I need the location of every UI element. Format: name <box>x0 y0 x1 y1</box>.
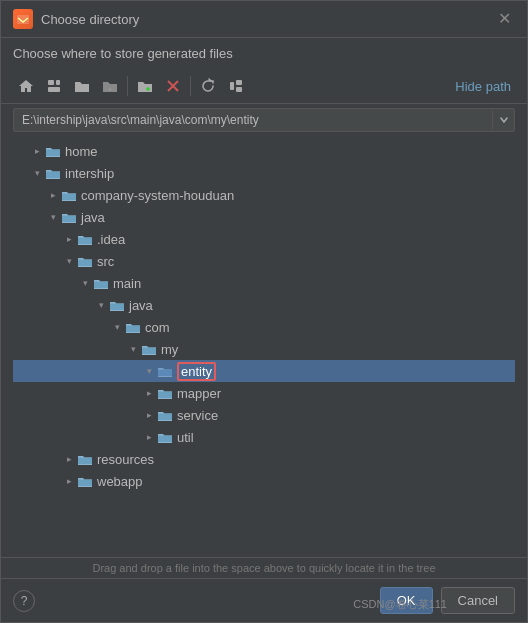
tree-item-entity[interactable]: entity <box>13 360 515 382</box>
svg-rect-11 <box>236 87 242 92</box>
tree-label-java: java <box>81 210 105 225</box>
separator2 <box>190 76 191 96</box>
title-bar-left: Choose directory <box>13 9 139 29</box>
tree-arrow-main <box>77 278 93 288</box>
help-button[interactable]: ? <box>13 590 35 612</box>
tree-label-service: service <box>177 408 218 423</box>
tree-arrow-my <box>125 344 141 354</box>
dialog-title: Choose directory <box>41 12 139 27</box>
tree-item-java[interactable]: java <box>13 206 515 228</box>
folder-icon-home <box>45 145 61 158</box>
folder-icon-main <box>93 277 109 290</box>
tree-label-com: com <box>145 320 170 335</box>
tree-arrow-mapper <box>141 388 157 398</box>
tree-item-home[interactable]: home <box>13 140 515 162</box>
folder-icon-util <box>157 431 173 444</box>
tree-arrow-src <box>61 256 77 266</box>
footer-hint: Drag and drop a file into the space abov… <box>1 557 527 578</box>
tree-arrow-webapp <box>61 476 77 486</box>
folder-button[interactable] <box>69 73 95 99</box>
tree-arrow-entity <box>141 366 157 376</box>
tree-arrow-resources <box>61 454 77 464</box>
tree-item-util[interactable]: util <box>13 426 515 448</box>
tree-arrow-util <box>141 432 157 442</box>
tree-label-home: home <box>65 144 98 159</box>
folder-icon-my <box>141 343 157 356</box>
path-input[interactable] <box>14 109 492 131</box>
tree-item-main[interactable]: main <box>13 272 515 294</box>
svg-rect-10 <box>236 80 242 85</box>
toolbar: + <box>1 69 527 104</box>
tree-label-entity: entity <box>177 364 216 379</box>
svg-rect-2 <box>56 80 60 85</box>
dialog-subtitle: Choose where to store generated files <box>1 38 527 69</box>
tree-item-intership[interactable]: intership <box>13 162 515 184</box>
tree-arrow-java <box>45 212 61 222</box>
path-dropdown-button[interactable] <box>492 111 514 129</box>
svg-text:+: + <box>108 86 112 92</box>
directory-tree[interactable]: home intership company-system-houduan ja… <box>13 140 515 553</box>
entity-highlight: entity <box>177 362 216 381</box>
tree-arrow-intership <box>29 168 45 178</box>
title-bar: Choose directory ✕ <box>1 1 527 38</box>
tree-arrow-service <box>141 410 157 420</box>
cancel-button[interactable]: Cancel <box>441 587 515 614</box>
tree-label-mapper: mapper <box>177 386 221 401</box>
svg-rect-9 <box>230 82 234 90</box>
tree-item-company-system-houduan[interactable]: company-system-houduan <box>13 184 515 206</box>
hide-path-button[interactable]: Hide path <box>451 77 515 96</box>
tree-label-my: my <box>161 342 178 357</box>
tree-item-com[interactable]: com <box>13 316 515 338</box>
folder-icon-java2 <box>109 299 125 312</box>
folder-icon-resources <box>77 453 93 466</box>
app-icon <box>13 9 33 29</box>
up-button[interactable] <box>41 73 67 99</box>
tree-item-src[interactable]: src <box>13 250 515 272</box>
folder-icon-intership <box>45 167 61 180</box>
tree-item-resources[interactable]: resources <box>13 448 515 470</box>
tree-label-idea: .idea <box>97 232 125 247</box>
settings-button[interactable] <box>223 73 249 99</box>
folder2-button[interactable]: + <box>97 73 123 99</box>
tree-arrow-idea <box>61 234 77 244</box>
bottom-buttons: OK Cancel <box>380 587 515 614</box>
tree-label-java2: java <box>129 298 153 313</box>
close-button[interactable]: ✕ <box>494 9 515 29</box>
tree-label-intership: intership <box>65 166 114 181</box>
tree-item-java2[interactable]: java <box>13 294 515 316</box>
tree-label-src: src <box>97 254 114 269</box>
tree-arrow-home <box>29 146 45 156</box>
ok-button[interactable]: OK <box>380 587 433 614</box>
folder-icon-java <box>61 211 77 224</box>
folder-icon-mapper <box>157 387 173 400</box>
tree-label-resources: resources <box>97 452 154 467</box>
svg-rect-3 <box>48 87 60 92</box>
folder-icon-webapp <box>77 475 93 488</box>
folder-icon-idea <box>77 233 93 246</box>
folder-icon-company-system-houduan <box>61 189 77 202</box>
delete-button[interactable] <box>160 73 186 99</box>
tree-item-idea[interactable]: .idea <box>13 228 515 250</box>
tree-arrow-company-system-houduan <box>45 190 61 200</box>
tree-item-my[interactable]: my <box>13 338 515 360</box>
tree-label-util: util <box>177 430 194 445</box>
home-button[interactable] <box>13 73 39 99</box>
tree-item-mapper[interactable]: mapper <box>13 382 515 404</box>
folder-icon-service <box>157 409 173 422</box>
tree-item-service[interactable]: service <box>13 404 515 426</box>
choose-directory-dialog: Choose directory ✕ Choose where to store… <box>0 0 528 623</box>
folder-icon-src <box>77 255 93 268</box>
tree-item-webapp[interactable]: webapp <box>13 470 515 492</box>
new-folder-button[interactable] <box>132 73 158 99</box>
path-bar <box>13 108 515 132</box>
separator1 <box>127 76 128 96</box>
tree-label-main: main <box>113 276 141 291</box>
tree-arrow-java2 <box>93 300 109 310</box>
tree-arrow-com <box>109 322 125 332</box>
tree-label-webapp: webapp <box>97 474 143 489</box>
folder-icon-com <box>125 321 141 334</box>
svg-rect-1 <box>48 80 54 85</box>
tree-label-company-system-houduan: company-system-houduan <box>81 188 234 203</box>
bottom-bar: ? OK Cancel <box>1 578 527 622</box>
refresh-button[interactable] <box>195 73 221 99</box>
